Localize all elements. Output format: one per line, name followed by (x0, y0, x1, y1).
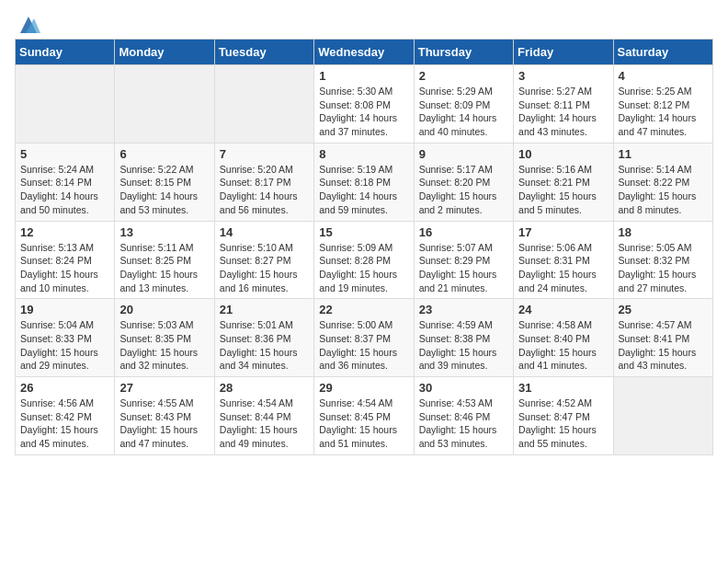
day-header-thursday: Thursday (414, 40, 513, 65)
calendar-cell: 15Sunrise: 5:09 AM Sunset: 8:28 PM Dayli… (314, 221, 414, 299)
day-number: 19 (20, 303, 109, 316)
calendar-cell (115, 65, 214, 144)
day-number: 12 (20, 225, 109, 239)
calendar-cell: 27Sunrise: 4:55 AM Sunset: 8:43 PM Dayli… (115, 377, 214, 455)
day-number: 18 (619, 225, 708, 239)
day-number: 4 (619, 69, 708, 83)
cell-info: Sunrise: 5:27 AM Sunset: 8:11 PM Dayligh… (518, 85, 608, 139)
calendar-cell: 20Sunrise: 5:03 AM Sunset: 8:35 PM Dayli… (115, 299, 214, 377)
cell-info: Sunrise: 4:52 AM Sunset: 8:47 PM Dayligh… (518, 396, 608, 451)
cell-info: Sunrise: 5:22 AM Sunset: 8:15 PM Dayligh… (119, 163, 209, 217)
calendar-cell: 19Sunrise: 5:04 AM Sunset: 8:33 PM Dayli… (16, 299, 115, 377)
cell-info: Sunrise: 5:07 AM Sunset: 8:29 PM Dayligh… (419, 241, 508, 295)
calendar-cell: 2Sunrise: 5:29 AM Sunset: 8:09 PM Daylig… (414, 65, 513, 144)
cell-info: Sunrise: 5:00 AM Sunset: 8:37 PM Dayligh… (319, 318, 408, 373)
calendar-cell: 23Sunrise: 4:59 AM Sunset: 8:38 PM Dayli… (414, 299, 513, 377)
day-number: 30 (419, 381, 508, 395)
day-number: 16 (419, 225, 508, 239)
day-number: 7 (220, 147, 309, 161)
day-number: 9 (419, 147, 508, 161)
calendar-cell: 16Sunrise: 5:07 AM Sunset: 8:29 PM Dayli… (414, 221, 513, 299)
cell-info: Sunrise: 5:06 AM Sunset: 8:31 PM Dayligh… (518, 241, 608, 295)
calendar-cell: 8Sunrise: 5:19 AM Sunset: 8:18 PM Daylig… (314, 143, 414, 221)
cell-info: Sunrise: 4:57 AM Sunset: 8:41 PM Dayligh… (619, 318, 708, 373)
day-number: 10 (518, 147, 608, 161)
cell-info: Sunrise: 5:16 AM Sunset: 8:21 PM Dayligh… (518, 163, 608, 217)
day-number: 14 (220, 225, 309, 239)
page-header (15, 15, 713, 31)
cell-info: Sunrise: 5:10 AM Sunset: 8:27 PM Dayligh… (220, 241, 309, 295)
calendar-cell: 29Sunrise: 4:54 AM Sunset: 8:45 PM Dayli… (314, 377, 414, 455)
calendar-week-row: 1Sunrise: 5:30 AM Sunset: 8:08 PM Daylig… (16, 65, 713, 144)
calendar-cell (214, 65, 313, 144)
calendar-cell: 17Sunrise: 5:06 AM Sunset: 8:31 PM Dayli… (514, 221, 613, 299)
calendar-table: SundayMondayTuesdayWednesdayThursdayFrid… (15, 39, 713, 455)
cell-info: Sunrise: 5:11 AM Sunset: 8:25 PM Dayligh… (119, 241, 209, 295)
day-number: 1 (319, 69, 408, 83)
day-number: 28 (220, 381, 309, 395)
calendar-cell: 1Sunrise: 5:30 AM Sunset: 8:08 PM Daylig… (314, 65, 414, 144)
day-number: 25 (619, 303, 708, 316)
calendar-cell: 24Sunrise: 4:58 AM Sunset: 8:40 PM Dayli… (514, 299, 613, 377)
cell-info: Sunrise: 4:59 AM Sunset: 8:38 PM Dayligh… (419, 318, 508, 373)
cell-info: Sunrise: 5:05 AM Sunset: 8:32 PM Dayligh… (619, 241, 708, 295)
day-number: 8 (319, 147, 408, 161)
logo (15, 15, 40, 31)
day-header-friday: Friday (514, 40, 613, 65)
day-number: 5 (20, 147, 109, 161)
calendar-cell: 26Sunrise: 4:56 AM Sunset: 8:42 PM Dayli… (16, 377, 115, 455)
calendar-cell: 4Sunrise: 5:25 AM Sunset: 8:12 PM Daylig… (613, 65, 712, 144)
cell-info: Sunrise: 5:03 AM Sunset: 8:35 PM Dayligh… (119, 318, 209, 373)
calendar-week-row: 5Sunrise: 5:24 AM Sunset: 8:14 PM Daylig… (16, 143, 713, 221)
days-header-row: SundayMondayTuesdayWednesdayThursdayFrid… (16, 40, 713, 65)
calendar-week-row: 26Sunrise: 4:56 AM Sunset: 8:42 PM Dayli… (16, 377, 713, 455)
day-number: 3 (518, 69, 608, 83)
cell-info: Sunrise: 5:14 AM Sunset: 8:22 PM Dayligh… (619, 163, 708, 217)
day-number: 17 (518, 225, 608, 239)
cell-info: Sunrise: 5:30 AM Sunset: 8:08 PM Dayligh… (319, 85, 408, 139)
day-header-wednesday: Wednesday (314, 40, 414, 65)
day-number: 15 (319, 225, 408, 239)
calendar-cell: 10Sunrise: 5:16 AM Sunset: 8:21 PM Dayli… (514, 143, 613, 221)
day-number: 21 (220, 303, 309, 316)
calendar-cell: 11Sunrise: 5:14 AM Sunset: 8:22 PM Dayli… (613, 143, 712, 221)
cell-info: Sunrise: 5:13 AM Sunset: 8:24 PM Dayligh… (20, 241, 109, 295)
cell-info: Sunrise: 4:58 AM Sunset: 8:40 PM Dayligh… (518, 318, 608, 373)
cell-info: Sunrise: 4:54 AM Sunset: 8:45 PM Dayligh… (319, 396, 408, 451)
calendar-cell: 12Sunrise: 5:13 AM Sunset: 8:24 PM Dayli… (16, 221, 115, 299)
day-number: 27 (119, 381, 209, 395)
calendar-cell (16, 65, 115, 144)
cell-info: Sunrise: 5:17 AM Sunset: 8:20 PM Dayligh… (419, 163, 508, 217)
cell-info: Sunrise: 5:04 AM Sunset: 8:33 PM Dayligh… (20, 318, 109, 373)
calendar-cell: 28Sunrise: 4:54 AM Sunset: 8:44 PM Dayli… (214, 377, 313, 455)
calendar-cell: 5Sunrise: 5:24 AM Sunset: 8:14 PM Daylig… (16, 143, 115, 221)
day-number: 11 (619, 147, 708, 161)
day-number: 29 (319, 381, 408, 395)
calendar-cell: 18Sunrise: 5:05 AM Sunset: 8:32 PM Dayli… (613, 221, 712, 299)
calendar-cell: 30Sunrise: 4:53 AM Sunset: 8:46 PM Dayli… (414, 377, 513, 455)
calendar-cell: 6Sunrise: 5:22 AM Sunset: 8:15 PM Daylig… (115, 143, 214, 221)
calendar-cell: 22Sunrise: 5:00 AM Sunset: 8:37 PM Dayli… (314, 299, 414, 377)
cell-info: Sunrise: 4:55 AM Sunset: 8:43 PM Dayligh… (119, 396, 209, 451)
calendar-cell: 25Sunrise: 4:57 AM Sunset: 8:41 PM Dayli… (613, 299, 712, 377)
day-number: 31 (518, 381, 608, 395)
cell-info: Sunrise: 5:20 AM Sunset: 8:17 PM Dayligh… (220, 163, 309, 217)
day-header-tuesday: Tuesday (214, 40, 313, 65)
day-number: 13 (119, 225, 209, 239)
logo-icon (17, 15, 40, 35)
calendar-cell: 7Sunrise: 5:20 AM Sunset: 8:17 PM Daylig… (214, 143, 313, 221)
calendar-week-row: 19Sunrise: 5:04 AM Sunset: 8:33 PM Dayli… (16, 299, 713, 377)
cell-info: Sunrise: 5:25 AM Sunset: 8:12 PM Dayligh… (619, 85, 708, 139)
calendar-cell: 13Sunrise: 5:11 AM Sunset: 8:25 PM Dayli… (115, 221, 214, 299)
cell-info: Sunrise: 5:19 AM Sunset: 8:18 PM Dayligh… (319, 163, 408, 217)
calendar-week-row: 12Sunrise: 5:13 AM Sunset: 8:24 PM Dayli… (16, 221, 713, 299)
cell-info: Sunrise: 5:29 AM Sunset: 8:09 PM Dayligh… (419, 85, 508, 139)
calendar-cell: 9Sunrise: 5:17 AM Sunset: 8:20 PM Daylig… (414, 143, 513, 221)
day-number: 26 (20, 381, 109, 395)
day-number: 23 (419, 303, 508, 316)
calendar-cell: 21Sunrise: 5:01 AM Sunset: 8:36 PM Dayli… (214, 299, 313, 377)
day-header-sunday: Sunday (16, 40, 115, 65)
cell-info: Sunrise: 5:24 AM Sunset: 8:14 PM Dayligh… (20, 163, 109, 217)
day-number: 20 (119, 303, 209, 316)
day-header-monday: Monday (115, 40, 214, 65)
